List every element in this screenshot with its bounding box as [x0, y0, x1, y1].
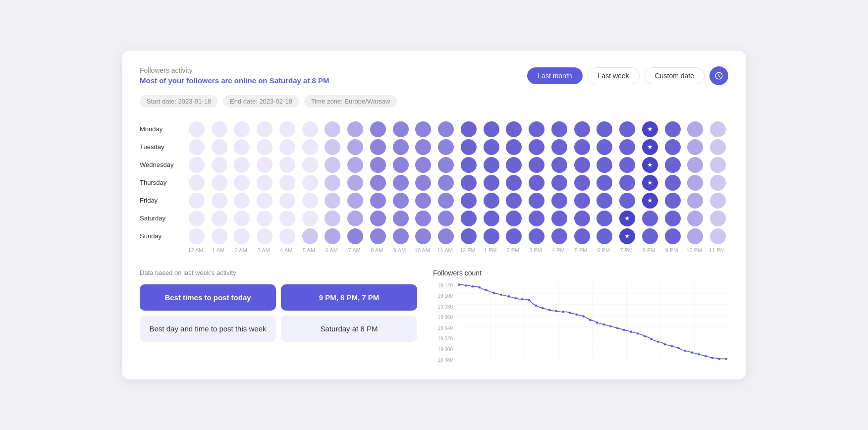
dot-tuesday-7-pm	[617, 139, 638, 155]
dot-friday-4-am	[277, 193, 298, 209]
hour-label-4-am: 4 AM	[275, 247, 298, 253]
dot-tuesday-10-pm	[685, 139, 706, 155]
dot-thursday-8-am	[368, 175, 388, 191]
dot-wednesday-10-pm	[685, 157, 706, 173]
custom-date-button[interactable]: Custom date	[645, 67, 705, 84]
dot-wednesday-8-pm	[640, 157, 660, 173]
heatmap-container: MondayTuesdayWednesdayThursdayFridaySatu…	[140, 121, 728, 253]
last-month-button[interactable]: Last month	[527, 67, 582, 84]
dot-friday-2-am	[232, 193, 253, 209]
dot-saturday-4-pm	[549, 211, 570, 226]
dot-monday-6-am	[323, 121, 343, 137]
svg-point-20	[493, 292, 495, 294]
dot-sunday-5-am	[300, 228, 321, 244]
dot-monday-10-pm	[685, 121, 706, 137]
hour-label-10-pm: 10 PM	[683, 247, 706, 253]
best-times-row: Best times to post today 9 PM, 8 PM, 7 P…	[140, 284, 417, 311]
best-day-row: Best day and time to post this week Satu…	[140, 316, 417, 342]
dot-saturday-3-pm	[526, 211, 547, 226]
dot-saturday-12-pm	[458, 211, 479, 226]
dot-tuesday-12-pm	[458, 139, 479, 155]
dot-friday-5-pm	[572, 193, 593, 209]
dot-tuesday-6-pm	[595, 139, 615, 155]
dot-tuesday-5-pm	[572, 139, 593, 155]
dot-wednesday-5-am	[300, 157, 321, 173]
hour-label-12-pm: 12 PM	[456, 247, 479, 253]
followers-subtitle: Most of your followers are online on Sat…	[140, 76, 329, 85]
dot-thursday-3-am	[254, 175, 275, 191]
best-day-label-card[interactable]: Best day and time to post this week	[140, 316, 276, 342]
best-times-label-card[interactable]: Best times to post today	[140, 284, 276, 311]
dot-saturday-6-am	[323, 211, 343, 226]
svg-point-34	[589, 319, 592, 321]
dot-sunday-2-am	[232, 228, 253, 244]
y-axis-label: 18 980	[433, 357, 453, 363]
dot-monday-3-am	[254, 121, 275, 137]
dot-sunday-1-pm	[481, 228, 502, 244]
dot-thursday-4-pm	[549, 175, 570, 191]
svg-point-16	[465, 284, 467, 287]
day-label-sunday: Sunday	[140, 232, 184, 240]
dot-saturday-6-pm	[595, 211, 615, 226]
dot-sunday-1-am	[209, 228, 230, 244]
dot-wednesday-11-pm	[707, 157, 728, 173]
dot-monday-9-am	[390, 121, 411, 137]
last-week-button[interactable]: Last week	[588, 67, 640, 84]
dot-saturday-1-am	[209, 211, 230, 226]
dot-monday-2-am	[232, 121, 253, 137]
dot-wednesday-12-am	[186, 157, 207, 173]
dot-wednesday-11-am	[435, 157, 456, 173]
hour-label-12-am: 12 AM	[184, 247, 207, 253]
dot-monday-12-am	[186, 121, 207, 137]
end-date-value: 2023-02-18	[259, 98, 292, 105]
dot-tuesday-8-am	[368, 139, 388, 155]
dot-tuesday-3-pm	[526, 139, 547, 155]
day-label-friday: Friday	[140, 197, 184, 204]
dot-thursday-12-pm	[458, 175, 479, 191]
dot-thursday-10-am	[413, 175, 434, 191]
clock-icon	[714, 71, 723, 80]
dot-thursday-2-pm	[504, 175, 525, 191]
svg-point-48	[684, 350, 687, 352]
svg-point-38	[616, 327, 619, 329]
dot-sunday-6-pm	[595, 228, 615, 244]
dot-sunday-6-am	[323, 228, 343, 244]
dot-thursday-12-am	[186, 175, 207, 191]
dot-sunday-8-pm	[640, 228, 660, 244]
dot-tuesday-9-pm	[662, 139, 683, 155]
dot-saturday-10-pm	[685, 211, 706, 226]
dot-monday-8-pm	[640, 121, 660, 137]
hour-label-1-pm: 1 PM	[479, 247, 502, 253]
chart-and-x	[457, 283, 728, 364]
dot-tuesday-3-am	[254, 139, 275, 155]
dot-friday-3-pm	[526, 193, 547, 209]
best-times-value-card: 9 PM, 8 PM, 7 PM	[281, 284, 417, 311]
dot-wednesday-1-pm	[481, 157, 502, 173]
followers-count-heading: Followers count	[433, 269, 728, 277]
dot-friday-7-pm	[617, 193, 638, 209]
dot-monday-1-am	[209, 121, 230, 137]
dot-friday-4-pm	[549, 193, 570, 209]
svg-point-15	[458, 283, 460, 286]
dot-saturday-2-am	[232, 211, 253, 226]
clock-icon-button[interactable]	[709, 66, 728, 85]
dot-wednesday-6-am	[323, 157, 343, 173]
hour-label-7-pm: 7 PM	[615, 247, 638, 253]
dot-thursday-7-pm	[617, 175, 638, 191]
svg-point-30	[562, 311, 564, 313]
dot-sunday-9-am	[390, 228, 411, 244]
y-axis-label: 19 000	[433, 347, 453, 352]
dot-wednesday-7-pm	[617, 157, 638, 173]
svg-point-39	[623, 329, 626, 331]
dot-thursday-1-pm	[481, 175, 502, 191]
day-label-thursday: Thursday	[140, 179, 184, 186]
svg-point-44	[657, 340, 659, 343]
hour-label-1-am: 1 AM	[207, 247, 230, 253]
dot-saturday-10-am	[413, 211, 434, 226]
dot-saturday-7-pm	[617, 211, 638, 226]
dot-monday-7-pm	[617, 121, 638, 137]
dot-monday-5-am	[300, 121, 321, 137]
svg-point-18	[478, 286, 481, 289]
dot-friday-6-am	[323, 193, 343, 209]
dot-monday-11-am	[435, 121, 456, 137]
